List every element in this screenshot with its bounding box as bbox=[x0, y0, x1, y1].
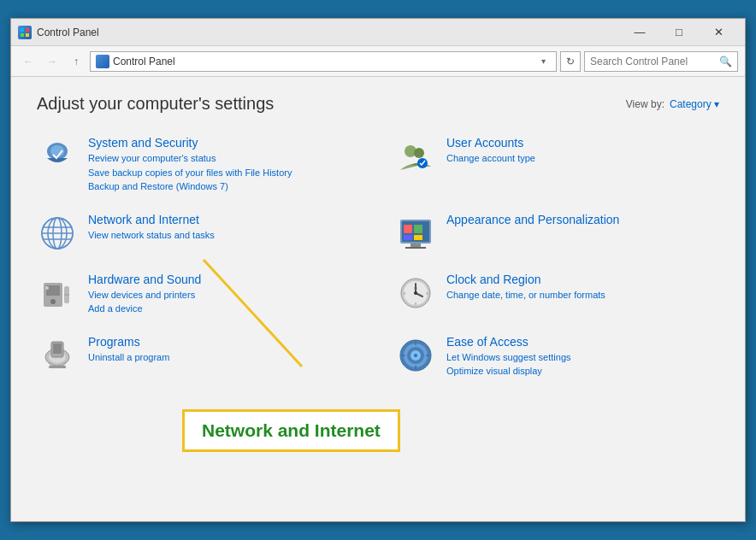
clock-region-icon: 12 3 6 9 bbox=[395, 273, 436, 314]
window-icon bbox=[18, 26, 32, 39]
programs-sub[interactable]: Uninstall a program bbox=[88, 350, 361, 365]
hardware-sound-icon bbox=[37, 273, 78, 314]
items-grid: System and Security Review your computer… bbox=[37, 131, 719, 384]
svg-rect-45 bbox=[49, 366, 66, 368]
minimize-button[interactable]: — bbox=[620, 19, 659, 46]
network-internet-title[interactable]: Network and Internet bbox=[88, 213, 361, 226]
network-internet-sub[interactable]: View network status and tasks bbox=[88, 228, 361, 243]
svg-rect-3 bbox=[26, 33, 29, 37]
programs-title[interactable]: Programs bbox=[88, 335, 361, 349]
hardware-sound-sub[interactable]: View devices and printers Add a device bbox=[88, 288, 361, 316]
window-controls: — □ ✕ bbox=[620, 19, 738, 46]
item-user-accounts[interactable]: User Accounts Change account type bbox=[395, 131, 719, 199]
clock-region-text: Clock and Region Change date, time, or n… bbox=[446, 273, 719, 302]
ease-of-access-icon bbox=[395, 335, 436, 376]
item-clock-region[interactable]: 12 3 6 9 Clock and Region Change date, t… bbox=[395, 267, 719, 321]
search-input[interactable] bbox=[590, 56, 718, 68]
svg-rect-0 bbox=[21, 28, 24, 32]
svg-point-26 bbox=[50, 299, 56, 304]
hardware-sound-text: Hardware and Sound View devices and prin… bbox=[88, 273, 361, 316]
address-bar: ← → ↑ Control Panel ▾ ↻ 🔍 bbox=[11, 46, 745, 77]
svg-rect-22 bbox=[410, 244, 421, 247]
clock-region-title[interactable]: Clock and Region bbox=[446, 273, 719, 286]
view-by-value[interactable]: Category ▾ bbox=[670, 98, 719, 110]
appearance-text: Appearance and Personalization bbox=[446, 213, 719, 228]
system-security-title[interactable]: System and Security bbox=[88, 136, 361, 150]
svg-rect-19 bbox=[414, 225, 422, 233]
svg-rect-2 bbox=[21, 33, 24, 37]
item-system-security[interactable]: System and Security Review your computer… bbox=[37, 131, 361, 199]
hardware-sound-title[interactable]: Hardware and Sound bbox=[88, 273, 361, 286]
item-programs[interactable]: Programs Uninstall a program bbox=[37, 330, 361, 384]
view-by-control: View by: Category ▾ bbox=[626, 98, 719, 110]
svg-rect-18 bbox=[404, 225, 412, 233]
ease-of-access-title[interactable]: Ease of Access bbox=[446, 335, 719, 349]
system-security-icon bbox=[37, 136, 78, 177]
appearance-title[interactable]: Appearance and Personalization bbox=[446, 213, 719, 226]
item-hardware-sound[interactable]: Hardware and Sound View devices and prin… bbox=[37, 267, 361, 321]
svg-rect-42 bbox=[53, 343, 62, 354]
appearance-icon bbox=[395, 213, 436, 254]
title-bar: Control Panel — □ ✕ bbox=[11, 19, 745, 46]
page-title: Adjust your computer's settings bbox=[37, 94, 274, 114]
user-accounts-title[interactable]: User Accounts bbox=[446, 136, 719, 150]
breadcrumb-text: Control Panel bbox=[113, 56, 535, 68]
content-area: Adjust your computer's settings View by:… bbox=[11, 77, 745, 521]
up-button[interactable]: ↑ bbox=[66, 51, 86, 72]
user-accounts-text: User Accounts Change account type bbox=[446, 136, 719, 166]
maximize-button[interactable]: □ bbox=[659, 19, 699, 46]
forward-button[interactable]: → bbox=[42, 51, 62, 72]
user-accounts-sub[interactable]: Change account type bbox=[446, 151, 719, 166]
back-button[interactable]: ← bbox=[18, 51, 38, 72]
network-internet-text: Network and Internet View network status… bbox=[88, 213, 361, 243]
ease-of-access-sub[interactable]: Let Windows suggest settings Optimize vi… bbox=[446, 350, 719, 379]
address-dropdown-button[interactable]: ▾ bbox=[535, 51, 551, 72]
close-button[interactable]: ✕ bbox=[699, 19, 738, 46]
address-input[interactable]: Control Panel ▾ bbox=[90, 51, 557, 72]
svg-point-34 bbox=[414, 291, 417, 295]
breadcrumb-icon bbox=[96, 55, 109, 68]
annotation-label: Network and Internet bbox=[182, 409, 400, 452]
svg-point-50 bbox=[414, 354, 417, 357]
item-ease-of-access[interactable]: Ease of Access Let Windows suggest setti… bbox=[395, 330, 719, 384]
search-box[interactable]: 🔍 bbox=[584, 51, 738, 72]
system-security-text: System and Security Review your computer… bbox=[88, 136, 361, 194]
window-title: Control Panel bbox=[37, 26, 99, 38]
network-internet-icon bbox=[37, 213, 78, 254]
system-security-sub[interactable]: Review your computer's status Save backu… bbox=[88, 151, 361, 194]
item-network-internet[interactable]: Network and Internet View network status… bbox=[37, 208, 361, 259]
programs-text: Programs Uninstall a program bbox=[88, 335, 361, 365]
refresh-button[interactable]: ↻ bbox=[560, 51, 581, 72]
content-header: Adjust your computer's settings View by:… bbox=[37, 94, 719, 114]
svg-rect-1 bbox=[26, 28, 29, 32]
user-accounts-icon bbox=[395, 136, 436, 177]
clock-region-sub[interactable]: Change date, time, or number formats bbox=[446, 288, 719, 302]
svg-point-27 bbox=[45, 286, 49, 290]
svg-point-7 bbox=[414, 148, 424, 158]
svg-rect-23 bbox=[405, 247, 426, 249]
svg-text:12: 12 bbox=[414, 286, 418, 291]
svg-rect-21 bbox=[414, 235, 422, 240]
programs-icon bbox=[37, 335, 78, 376]
view-by-label: View by: bbox=[626, 98, 664, 110]
ease-of-access-text: Ease of Access Let Windows suggest setti… bbox=[446, 335, 719, 379]
search-button[interactable]: 🔍 bbox=[718, 54, 732, 69]
svg-rect-20 bbox=[404, 235, 412, 240]
item-appearance[interactable]: Appearance and Personalization bbox=[395, 208, 719, 259]
